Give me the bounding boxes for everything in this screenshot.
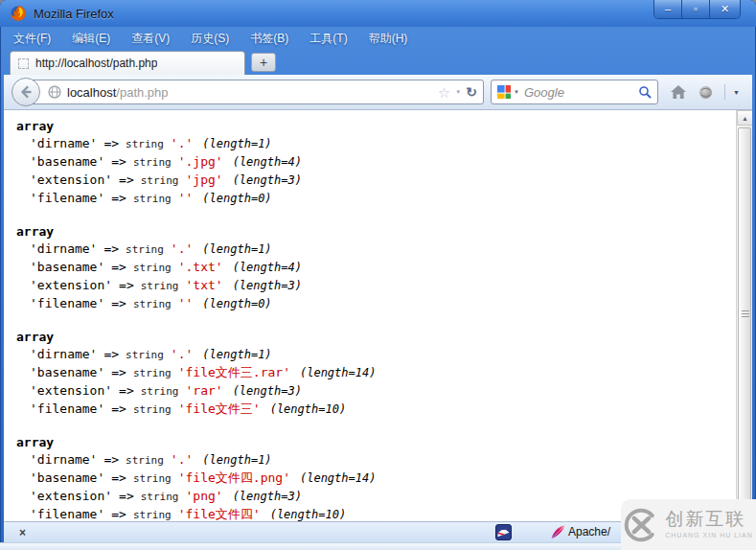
- active-tab[interactable]: http://localhost/path.php: [10, 51, 245, 75]
- entry-arrow: =>: [103, 452, 119, 467]
- home-icon: [670, 84, 687, 100]
- search-magnifier-icon[interactable]: [638, 85, 652, 99]
- menu-history[interactable]: 历史(S): [191, 31, 229, 47]
- entry-length: (length=14): [300, 366, 376, 379]
- vardump-entry: 'extension'=>string'jpg'(length=3): [16, 172, 729, 190]
- reload-icon[interactable]: ↻: [466, 85, 477, 99]
- vardump-entry: 'filename'=>string''(length=0): [16, 295, 729, 313]
- menu-bookmarks[interactable]: 书签(B): [250, 31, 288, 47]
- entry-arrow: =>: [119, 489, 134, 503]
- search-input[interactable]: Google: [524, 85, 638, 100]
- entry-arrow: =>: [111, 365, 126, 379]
- entry-type: string: [141, 491, 179, 503]
- minimize-icon: –: [665, 4, 671, 14]
- page-content: array 'dirname'=>string'.'(length=1) 'ba…: [4, 110, 752, 521]
- entry-arrow: =>: [111, 191, 126, 205]
- url-bar[interactable]: localhost/path.php ☆ ▼ ↻: [26, 80, 484, 104]
- watermark-logo-icon: [624, 508, 658, 542]
- entry-value: 'txt': [186, 278, 223, 292]
- vardump-entry: 'basename'=>string'file文件三.rar'(length=1…: [16, 364, 729, 382]
- toolbar-overflow-icon[interactable]: ▼: [733, 89, 740, 96]
- vardump-entry: 'dirname'=>string'.'(length=1): [16, 451, 729, 470]
- entry-key: 'basename': [30, 154, 104, 169]
- entry-value: 'file文件三.rar': [178, 365, 290, 379]
- entry-length: (length=10): [270, 508, 346, 521]
- close-button[interactable]: ✕: [710, 0, 740, 18]
- menu-edit[interactable]: 编辑(E): [72, 31, 110, 47]
- entry-arrow: =>: [111, 296, 126, 310]
- scroll-up-button[interactable]: ▲: [737, 110, 752, 126]
- entry-key: 'basename': [30, 470, 104, 485]
- maximize-button[interactable]: ▫: [682, 0, 710, 18]
- home-button[interactable]: [670, 84, 687, 100]
- array-label: array: [16, 118, 729, 135]
- search-box[interactable]: ▼ Google: [491, 80, 658, 104]
- entry-type: string: [126, 349, 164, 361]
- vardump-entry: 'dirname'=>string'.'(length=1): [16, 135, 729, 153]
- vardump-entry: 'dirname'=>string'.'(length=1): [16, 346, 729, 364]
- vardump-output: array 'dirname'=>string'.'(length=1) 'ba…: [4, 110, 752, 521]
- entry-value: '.': [171, 241, 193, 256]
- entry-value: 'file文件三': [178, 401, 261, 416]
- apache-status-button[interactable]: [550, 524, 566, 544]
- server-monitor-button[interactable]: [495, 524, 512, 544]
- entry-arrow: =>: [119, 278, 134, 292]
- apache-feather-icon: [550, 524, 566, 540]
- array-label: array: [16, 223, 729, 241]
- vardump-entry: 'extension'=>string'txt'(length=3): [16, 277, 729, 295]
- menu-file[interactable]: 文件(F): [13, 31, 51, 47]
- new-tab-button[interactable]: +: [251, 53, 276, 72]
- addon-button[interactable]: [699, 85, 713, 100]
- tab-favicon-placeholder-icon: [18, 58, 29, 69]
- entry-value: '.': [171, 136, 193, 150]
- entry-value: '.': [171, 452, 193, 467]
- entry-type: string: [141, 385, 179, 398]
- entry-length: (length=3): [233, 490, 302, 503]
- menu-help[interactable]: 帮助(H): [369, 31, 408, 47]
- vardump-entry: 'basename'=>string'file文件四.png'(length=1…: [16, 470, 729, 488]
- entry-length: (length=0): [202, 192, 271, 205]
- gauge-icon: [495, 524, 512, 540]
- scrollbar-thumb[interactable]: [738, 127, 751, 501]
- entry-length: (length=3): [233, 173, 302, 187]
- entry-value: 'file文件四': [178, 507, 261, 521]
- scroll-up-icon: ▲: [742, 115, 748, 122]
- entry-key: 'basename': [30, 260, 104, 274]
- entry-length: (length=3): [233, 384, 302, 398]
- menu-view[interactable]: 查看(V): [131, 31, 170, 47]
- entry-type: string: [133, 193, 172, 205]
- vertical-scrollbar[interactable]: ▲ ▼: [736, 110, 752, 521]
- entry-arrow: =>: [111, 260, 126, 274]
- addon-bar-close-button[interactable]: ×: [19, 527, 26, 539]
- entry-type: string: [126, 243, 164, 256]
- watermark: 创新互联 CHUANG XIN HU LIAN: [621, 499, 756, 550]
- vardump-entry: 'filename'=>string'file文件三'(length=10): [16, 401, 729, 419]
- entry-value: '.txt': [178, 260, 223, 274]
- entry-type: string: [133, 262, 172, 274]
- plus-icon: +: [260, 56, 267, 69]
- entry-key: 'extension': [30, 172, 112, 187]
- back-button[interactable]: [11, 78, 40, 106]
- entry-arrow: =>: [111, 401, 126, 416]
- entry-type: string: [141, 280, 179, 292]
- firefox-logo-icon: [10, 5, 27, 22]
- entry-key: 'extension': [30, 383, 112, 398]
- entry-arrow: =>: [111, 470, 126, 485]
- url-dropdown-icon[interactable]: ▼: [455, 89, 461, 95]
- entry-length: (length=0): [202, 297, 271, 310]
- title-bar: Mozilla Firefox – ▫ ✕: [0, 0, 756, 27]
- entry-value: '': [178, 296, 194, 310]
- entry-key: 'dirname': [30, 452, 97, 467]
- entry-key: 'extension': [30, 278, 112, 292]
- minimize-button[interactable]: –: [654, 0, 682, 18]
- vardump-block-3: array 'dirname'=>string'.'(length=1) 'ba…: [16, 329, 729, 419]
- url-path: /path.php: [116, 85, 168, 100]
- entry-key: 'filename': [30, 191, 104, 205]
- menu-tools[interactable]: 工具(T): [309, 31, 347, 47]
- bookmark-star-icon[interactable]: ☆: [438, 85, 450, 100]
- entry-arrow: =>: [111, 154, 126, 169]
- search-engine-dropdown-icon[interactable]: ▼: [514, 89, 519, 95]
- entry-key: 'filename': [30, 401, 104, 416]
- entry-type: string: [126, 138, 164, 150]
- tab-strip: http://localhost/path.php +: [0, 50, 756, 75]
